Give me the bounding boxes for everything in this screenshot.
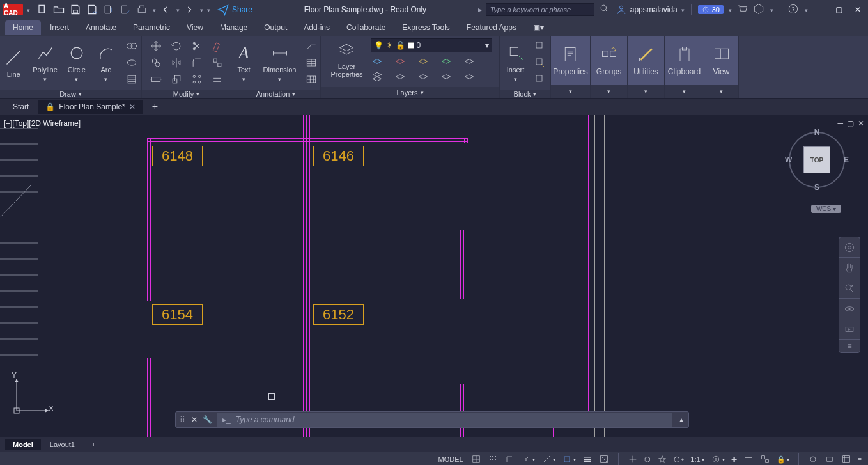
web-mobile-icon[interactable] (102, 3, 116, 17)
ortho-icon[interactable] (503, 454, 516, 464)
share-button[interactable]: Share (217, 3, 252, 16)
tool-polyline[interactable]: Polyline▾ (30, 42, 60, 84)
annotation-monitor-icon[interactable]: ✚ (730, 455, 738, 464)
viewcube-south[interactable]: S (814, 183, 819, 192)
polar-icon[interactable]: ▾ (520, 454, 536, 464)
tab-annotate[interactable]: Annotate (78, 20, 124, 35)
cmdline-handle-icon[interactable]: ⠿ (176, 415, 189, 424)
panel-clipboard[interactable]: Clipboard ▾ (665, 36, 704, 98)
autoscale-icon[interactable]: ⬡+ (672, 455, 686, 464)
minimize-button[interactable]: ─ (812, 2, 827, 17)
layer-copy-icon[interactable] (440, 70, 461, 84)
tool-hatch-icon[interactable] (123, 72, 141, 87)
close-button[interactable]: ✕ (850, 2, 865, 17)
wcs-badge[interactable]: WCS ▾ (811, 205, 841, 213)
tool-fillet-icon[interactable] (187, 55, 206, 70)
viewcube[interactable]: TOP N E S W (785, 128, 849, 192)
tool-explode-icon[interactable] (208, 55, 227, 70)
tool-erase-icon[interactable] (208, 38, 227, 54)
transparency-icon[interactable] (598, 454, 610, 464)
command-input[interactable]: ▸_ Type a command (217, 413, 672, 427)
vp-maximize-icon[interactable]: ▢ (847, 119, 854, 128)
nav-showmotion-icon[interactable] (839, 319, 860, 340)
block-create-icon[interactable] (532, 38, 548, 54)
redo-icon[interactable] (182, 3, 196, 17)
panel-draw-title[interactable]: Draw (59, 90, 76, 98)
vp-minimize-icon[interactable]: ─ (837, 119, 843, 128)
search-icon[interactable] (598, 3, 611, 17)
maximize-button[interactable]: ▢ (831, 2, 846, 17)
ribbon-collapse-icon[interactable]: ▣▾ (525, 20, 552, 35)
quick-properties-icon[interactable] (759, 454, 771, 464)
tool-text[interactable]: AText▾ (231, 42, 257, 84)
ucs-icon[interactable]: X Y (9, 374, 54, 420)
save-web-icon[interactable] (118, 3, 132, 17)
tool-offset-icon[interactable] (208, 72, 227, 87)
tool-move-icon[interactable] (146, 38, 166, 54)
tool-spline-icon[interactable] (123, 38, 141, 54)
units-icon[interactable] (742, 454, 755, 464)
panel-utilities[interactable]: Utilities ▾ (628, 36, 665, 98)
annotation-visibility-icon[interactable] (656, 454, 669, 464)
help-dropdown[interactable] (803, 5, 808, 14)
search-input[interactable]: Type a keyword or phrase (486, 3, 594, 16)
workspace-icon[interactable]: ▾ (709, 454, 726, 464)
panel-annotation-title[interactable]: Annotation (256, 90, 290, 98)
selection-cycling-icon[interactable] (626, 454, 639, 464)
panel-block-title[interactable]: Block (514, 90, 531, 98)
tool-insert[interactable]: Insert▾ (503, 42, 529, 84)
tool-mirror-icon[interactable] (167, 55, 186, 70)
modelspace-button[interactable]: MODEL (437, 455, 464, 463)
trial-dropdown[interactable] (727, 5, 732, 14)
block-edit-icon[interactable] (532, 55, 548, 70)
layer-selector[interactable]: 💡 ☀ 🔓 0 ▾ (371, 38, 492, 52)
tab-manage[interactable]: Manage (212, 20, 255, 35)
panel-modify-title[interactable]: Modify (173, 90, 194, 98)
lock-ui-icon[interactable]: 🔒▾ (775, 455, 791, 464)
scale-selector[interactable]: 1:1▾ (689, 455, 705, 463)
tab-view[interactable]: View (179, 20, 211, 35)
viewport-label[interactable]: [–][Top][2D Wireframe] (4, 119, 81, 128)
tool-array-icon[interactable] (187, 72, 206, 87)
tool-ellipse-icon[interactable] (123, 55, 141, 70)
vp-close-icon[interactable]: ✕ (858, 119, 864, 128)
nav-zoom-icon[interactable] (839, 278, 860, 299)
layer-lock-icon[interactable] (417, 55, 438, 69)
cart-icon[interactable] (736, 3, 748, 17)
block-attribute-icon[interactable] (532, 72, 548, 87)
tab-output[interactable]: Output (256, 20, 295, 35)
drawing-canvas[interactable]: [–][Top][2D Wireframe] ─ ▢ ✕ 6148 6146 6… (0, 115, 868, 452)
cmdline-close-icon[interactable]: ✕ (189, 415, 200, 424)
open-icon[interactable] (52, 3, 66, 17)
layout-tab-layout1[interactable]: Layout1 (42, 439, 82, 450)
tab-featured-apps[interactable]: Featured Apps (459, 20, 524, 35)
nav-expand-icon[interactable]: ≡ (839, 340, 860, 352)
layer-walk-icon[interactable] (463, 70, 484, 84)
user-account[interactable]: appsmalavida (615, 3, 685, 16)
help-icon[interactable]: ? (787, 3, 800, 17)
tab-new-button[interactable]: + (144, 99, 166, 115)
trial-badge[interactable]: 30 (698, 5, 724, 14)
layer-unisolate-icon[interactable] (417, 70, 438, 84)
snap-mode-icon[interactable] (486, 454, 499, 464)
viewcube-east[interactable]: E (844, 155, 849, 164)
redo-dropdown[interactable] (199, 5, 203, 14)
tab-floor-plan[interactable]: 🔒 Floor Plan Sample* ✕ (38, 100, 143, 114)
layout-tab-model[interactable]: Model (5, 439, 41, 450)
tab-insert[interactable]: Insert (42, 20, 77, 35)
tool-leader-icon[interactable] (302, 38, 320, 54)
panel-view[interactable]: View ▾ (704, 36, 739, 98)
autodesk-menu-arrow[interactable]: ▸ (478, 5, 482, 14)
tool-dimension[interactable]: Dimension▾ (261, 42, 299, 84)
nav-orbit-icon[interactable] (839, 299, 860, 319)
app-menu-dropdown[interactable] (26, 5, 30, 14)
tab-parametric[interactable]: Parametric (125, 20, 178, 35)
tab-express-tools[interactable]: Express Tools (394, 20, 457, 35)
tool-circle[interactable]: Circle▾ (64, 42, 89, 84)
osnap-icon[interactable]: ▾ (561, 454, 577, 464)
lineweight-icon[interactable] (581, 454, 594, 464)
cmdline-customize-icon[interactable]: 🔧 (200, 415, 215, 424)
undo-icon[interactable] (159, 3, 173, 17)
app-store-icon[interactable] (752, 3, 765, 17)
clean-screen-icon[interactable] (840, 454, 853, 464)
